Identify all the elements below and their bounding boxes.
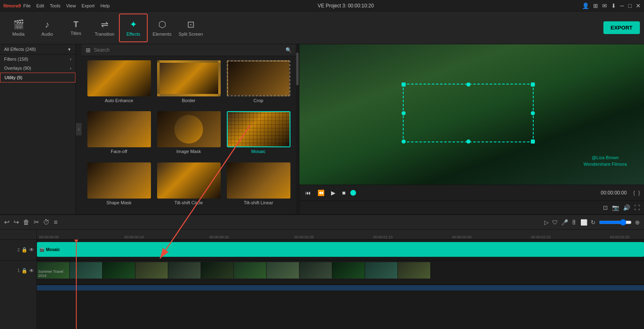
handle-middle-right[interactable]: [531, 111, 535, 115]
bracket-close-icon[interactable]: }: [638, 190, 640, 196]
timeline-area: ↩ ↪ 🗑 ✂ ⏱ ≡ ▷ 🛡 🎤 🎚 ⬜ ↻ ⊕ 2 🔒 👁: [0, 214, 644, 329]
loop-icon[interactable]: ↻: [591, 219, 596, 226]
effect-image-mask[interactable]: Image Mask: [155, 111, 222, 159]
effect-face-off[interactable]: Face-off: [86, 111, 152, 159]
delete-button[interactable]: 🗑: [23, 219, 30, 226]
watermark: @Liza Brown Wondershare Filmora: [583, 154, 627, 168]
insert-icon[interactable]: ⬜: [580, 219, 587, 226]
maximize-icon[interactable]: □: [628, 2, 632, 9]
video-thumb-1: Summer Travel 2019: [37, 262, 70, 279]
download-icon[interactable]: ⬇: [611, 2, 616, 9]
cut-button[interactable]: ✂: [34, 218, 39, 226]
effect-auto-enhance[interactable]: Auto Enhance: [86, 60, 152, 108]
menu-export[interactable]: Export: [82, 3, 95, 8]
nav-overlays[interactable]: Overlays (90) ›: [0, 64, 75, 73]
mail-icon[interactable]: ✉: [602, 2, 607, 9]
main-toolbar: 🎬 Media ♪ Audio T Titles ⇌ Transition ✦ …: [0, 11, 644, 44]
redo-button[interactable]: ↪: [14, 218, 19, 226]
handle-bottom-middle[interactable]: [466, 139, 470, 144]
menu-tools[interactable]: Tools: [50, 3, 61, 8]
selection-box[interactable]: [403, 84, 534, 143]
track-1-visibility-icon[interactable]: 👁: [29, 268, 34, 274]
toolbar-elements[interactable]: ⬡ Elements: [148, 14, 176, 42]
history-button[interactable]: ⏱: [43, 219, 50, 226]
track-2-visibility-icon[interactable]: 👁: [29, 247, 34, 253]
volume-icon[interactable]: 🔊: [623, 204, 630, 211]
menu-view[interactable]: View: [66, 3, 76, 8]
stop-button[interactable]: ■: [340, 189, 347, 197]
audio-track-icon[interactable]: 🎚: [571, 219, 577, 226]
go-to-start-button[interactable]: ⏮: [304, 189, 313, 197]
search-icon[interactable]: 🔍: [285, 47, 292, 53]
close-icon[interactable]: ✕: [636, 2, 641, 9]
collapse-panel-button[interactable]: ‹: [76, 123, 82, 135]
handle-top-left[interactable]: [402, 82, 406, 87]
splitscreen-label: Split Screen: [178, 32, 203, 37]
all-effects-header[interactable]: All Effects (248) ▼: [0, 44, 75, 55]
grid-layout-icon[interactable]: ⊞: [86, 47, 91, 53]
nav-utility[interactable]: Utility (9): [0, 73, 75, 82]
toolbar-effects[interactable]: ✦ Effects: [119, 14, 148, 42]
search-input[interactable]: [94, 47, 282, 53]
effects-grid-area: ⊞ 🔍 Auto Enhance: [82, 44, 296, 214]
step-back-button[interactable]: ⏪: [316, 189, 326, 197]
grid-icon[interactable]: ⊞: [593, 2, 598, 9]
preview-video: @Liza Brown Wondershare Filmora: [299, 44, 644, 185]
handle-bottom-right[interactable]: [531, 139, 535, 144]
playhead[interactable]: [76, 240, 77, 329]
track-1-label-area: 1 🔒 👁: [0, 260, 37, 281]
effect-tilt-shift-linear[interactable]: Tilt-shift Linear: [225, 162, 292, 210]
elements-label: Elements: [153, 32, 171, 37]
toolbar-audio[interactable]: ♪ Audio: [33, 14, 62, 42]
handle-top-right[interactable]: [531, 82, 535, 87]
track-mosaic-clip[interactable]: 🎬 Mosaic: [37, 242, 644, 257]
nav-filters[interactable]: Filters (158) ›: [0, 55, 75, 64]
timeline-toolbar: ↩ ↪ 🗑 ✂ ⏱ ≡ ▷ 🛡 🎤 🎚 ⬜ ↻ ⊕: [0, 215, 644, 230]
mic-icon[interactable]: 🎤: [561, 219, 568, 226]
render-icon[interactable]: ▷: [544, 219, 549, 226]
window-controls[interactable]: 👤 ⊞ ✉ ⬇ ─ □ ✕: [582, 2, 641, 9]
shield-icon[interactable]: 🛡: [552, 219, 558, 226]
effect-thumb-tilt-shift-linear: [227, 162, 290, 199]
menu-file[interactable]: File: [23, 3, 31, 8]
toolbar-titles[interactable]: T Titles: [62, 14, 90, 42]
export-button[interactable]: EXPORT: [603, 21, 640, 34]
toolbar-media[interactable]: 🎬 Media: [4, 14, 33, 42]
minimize-icon[interactable]: ─: [620, 2, 624, 9]
menu-help[interactable]: Help: [100, 3, 110, 8]
handle-middle-left[interactable]: [402, 111, 406, 115]
track-2-lock-icon[interactable]: 🔒: [21, 247, 27, 253]
effect-crop[interactable]: Crop: [225, 60, 292, 108]
user-icon[interactable]: 👤: [582, 2, 589, 9]
track-1-lock-icon[interactable]: 🔒: [21, 268, 27, 274]
splitscreen-icon: ⊡: [187, 19, 194, 30]
track-video-clip[interactable]: Summer Travel 2019: [37, 262, 644, 279]
effect-tilt-shift-circle[interactable]: Tilt-shift Circle: [155, 162, 222, 210]
menu-edit[interactable]: Edit: [37, 3, 44, 8]
effects-scrollbar[interactable]: [296, 44, 299, 214]
effect-label-crop: Crop: [253, 98, 263, 103]
play-button[interactable]: ▶: [329, 189, 337, 197]
ruler-spacer: [0, 230, 37, 240]
bracket-open-icon[interactable]: {: [633, 190, 635, 196]
collapse-arrow-icon: ‹: [78, 127, 79, 132]
split-button[interactable]: ≡: [54, 219, 57, 226]
titles-label: Titles: [71, 31, 81, 36]
zoom-slider[interactable]: [599, 219, 632, 226]
toolbar-transition[interactable]: ⇌ Transition: [90, 14, 119, 42]
all-effects-expand-icon[interactable]: ▼: [67, 47, 71, 52]
effect-border[interactable]: Border: [155, 60, 222, 108]
menu-bar[interactable]: File Edit Tools View Export Help: [23, 3, 110, 8]
preview-panel: @Liza Brown Wondershare Filmora ⏮ ⏪ ▶ ■ …: [299, 44, 644, 214]
pip-icon[interactable]: ⊡: [603, 204, 608, 211]
zoom-in-icon[interactable]: ⊕: [635, 219, 640, 226]
video-thumb-10: [332, 262, 365, 279]
effect-shape-mask[interactable]: Shape Mask: [86, 162, 152, 210]
toolbar-splitscreen[interactable]: ⊡ Split Screen: [176, 14, 205, 42]
undo-button[interactable]: ↩: [4, 218, 9, 226]
snapshot-icon[interactable]: 📷: [612, 204, 619, 211]
effect-mosaic[interactable]: Mosaic: [225, 111, 292, 159]
fullscreen-icon[interactable]: ⛶: [634, 204, 640, 211]
effects-scrollbar-thumb[interactable]: [296, 53, 299, 85]
handle-top-middle[interactable]: [466, 82, 470, 87]
